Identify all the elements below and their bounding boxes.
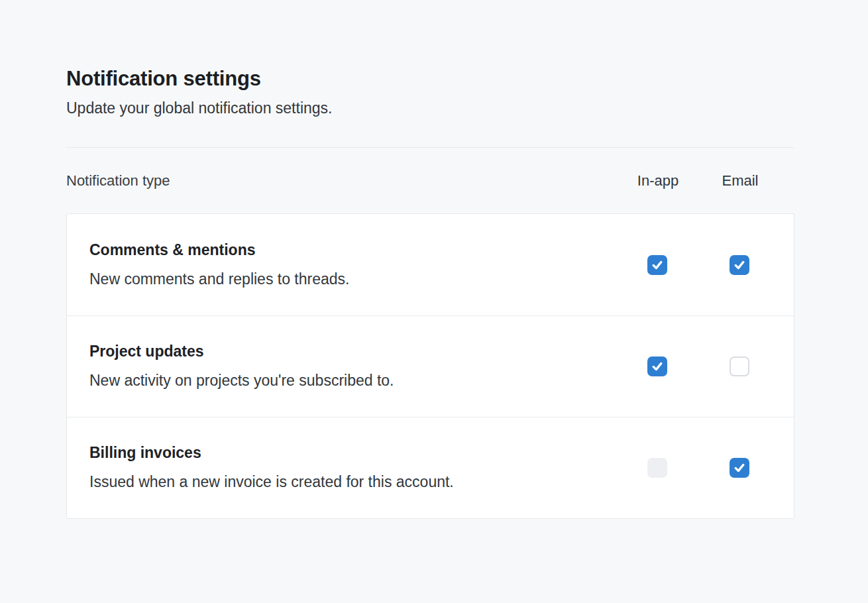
- notification-settings-page: Notification settings Update your global…: [66, 0, 794, 519]
- row-description: New comments and replies to threads.: [89, 270, 631, 290]
- table-row-project-updates: Project updates New activity on projects…: [67, 315, 794, 417]
- checkmark-icon: [733, 258, 746, 272]
- checkmark-icon: [733, 461, 746, 474]
- row-text: Comments & mentions New comments and rep…: [89, 241, 631, 290]
- table-row-comments-mentions: Comments & mentions New comments and rep…: [67, 214, 794, 315]
- email-checkbox[interactable]: [730, 356, 749, 376]
- inapp-checkbox[interactable]: [647, 255, 667, 275]
- row-title: Comments & mentions: [89, 241, 631, 260]
- row-description: New activity on projects you're subscrib…: [89, 371, 631, 391]
- inapp-checkbox: [647, 458, 667, 478]
- row-text: Billing invoices Issued when a new invoi…: [89, 443, 631, 492]
- column-header-inapp: In-app: [631, 172, 684, 190]
- row-title: Project updates: [89, 342, 631, 362]
- inapp-checkbox[interactable]: [647, 356, 667, 376]
- row-controls: [631, 356, 794, 376]
- column-headers-group: In-app Email: [631, 172, 794, 190]
- email-checkbox[interactable]: [730, 255, 749, 275]
- row-description: Issued when a new invoice is created for…: [89, 472, 631, 492]
- notification-settings-table: Comments & mentions New comments and rep…: [66, 213, 794, 519]
- table-row-billing-invoices: Billing invoices Issued when a new invoi…: [67, 417, 794, 518]
- checkmark-icon: [651, 258, 664, 272]
- column-header-email: Email: [714, 172, 767, 190]
- column-header-notification-type: Notification type: [66, 172, 170, 190]
- row-text: Project updates New activity on projects…: [89, 342, 631, 391]
- row-controls: [631, 458, 794, 478]
- checkmark-icon: [651, 360, 664, 373]
- email-checkbox[interactable]: [730, 458, 749, 478]
- table-header: Notification type In-app Email: [66, 148, 794, 190]
- page-title: Notification settings: [66, 66, 794, 92]
- page-subtitle: Update your global notification settings…: [66, 99, 794, 119]
- row-controls: [631, 255, 794, 275]
- row-title: Billing invoices: [89, 443, 631, 463]
